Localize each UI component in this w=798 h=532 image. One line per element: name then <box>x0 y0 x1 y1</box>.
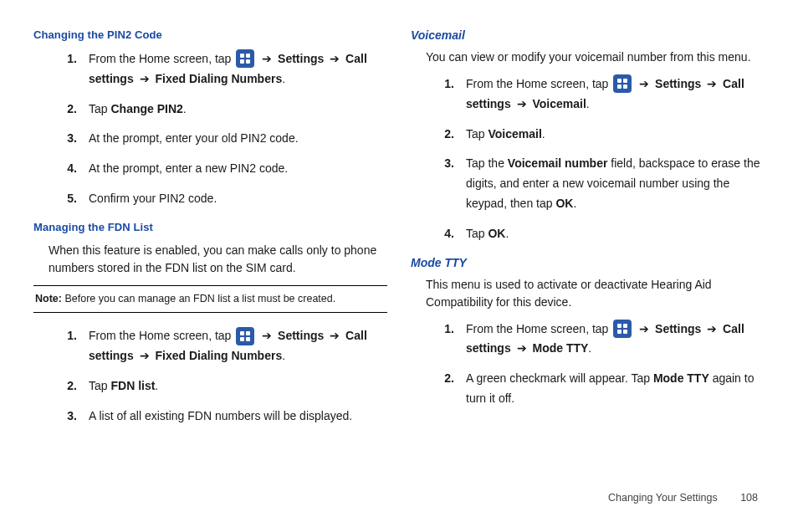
step-number: 1. <box>33 326 89 346</box>
svg-rect-7 <box>246 337 250 341</box>
svg-rect-5 <box>246 331 250 335</box>
step-number: 3. <box>33 129 89 149</box>
manual-page: Changing the PIN2 Code 1.From the Home s… <box>0 0 798 532</box>
steps-changing-pin2: 1.From the Home screen, tap ➔ Settings ➔… <box>33 49 387 209</box>
page-footer: Changing Your Settings 108 <box>608 492 758 504</box>
heading-mode-tty: Mode TTY <box>411 256 765 269</box>
svg-rect-8 <box>617 79 622 83</box>
note-label: Note: <box>35 293 62 304</box>
arrow-icon: ➔ <box>639 74 649 95</box>
arrow-icon: ➔ <box>517 339 527 359</box>
step-text: Tap OK. <box>466 224 765 244</box>
step-number: 2. <box>411 369 466 389</box>
apps-grid-icon <box>236 49 254 68</box>
arrow-icon: ➔ <box>707 320 717 340</box>
step-item: 1.From the Home screen, tap ➔ Settings ➔… <box>33 49 387 90</box>
step-number: 5. <box>33 189 89 209</box>
step-text: From the Home screen, tap ➔ Settings ➔ C… <box>466 320 765 360</box>
step-number: 2. <box>411 125 466 145</box>
steps-managing-fdn: 1.From the Home screen, tap ➔ Settings ➔… <box>33 326 387 426</box>
step-text: A list of all existing FDN numbers will … <box>89 407 387 427</box>
svg-rect-4 <box>240 331 244 335</box>
arrow-icon: ➔ <box>517 95 527 115</box>
step-item: 2.Tap FDN list. <box>33 376 387 396</box>
svg-rect-2 <box>240 59 244 64</box>
step-text: Tap the Voicemail number field, backspac… <box>466 154 765 213</box>
svg-rect-10 <box>617 84 622 89</box>
step-number: 2. <box>33 376 89 396</box>
step-text: Confirm your PIN2 code. <box>89 189 387 209</box>
svg-rect-3 <box>246 59 250 64</box>
step-number: 3. <box>411 154 466 174</box>
two-column-layout: Changing the PIN2 Code 1.From the Home s… <box>33 28 765 437</box>
step-item: 3.A list of all existing FDN numbers wil… <box>33 407 387 427</box>
step-number: 3. <box>33 407 89 427</box>
step-number: 1. <box>411 320 466 340</box>
arrow-icon: ➔ <box>330 326 340 346</box>
svg-rect-6 <box>240 337 244 341</box>
paragraph-fdn-description: When this feature is enabled, you can ma… <box>49 242 387 277</box>
svg-rect-14 <box>617 330 622 334</box>
footer-page-number: 108 <box>740 492 758 504</box>
svg-rect-1 <box>246 54 250 58</box>
heading-voicemail: Voicemail <box>411 28 765 42</box>
svg-rect-15 <box>623 330 627 334</box>
right-column: Voicemail You can view or modify your vo… <box>411 28 765 437</box>
step-text: From the Home screen, tap ➔ Settings ➔ C… <box>89 49 387 90</box>
left-column: Changing the PIN2 Code 1.From the Home s… <box>33 28 387 437</box>
step-number: 1. <box>33 49 89 69</box>
step-item: 4.Tap OK. <box>411 224 765 244</box>
arrow-icon: ➔ <box>639 320 649 340</box>
arrow-icon: ➔ <box>262 326 272 346</box>
note-box-fdn: Note: Before you can manage an FDN list … <box>33 285 387 314</box>
step-text: Tap Voicemail. <box>466 125 765 145</box>
heading-changing-pin2: Changing the PIN2 Code <box>33 28 387 41</box>
step-text: Tap FDN list. <box>89 376 387 396</box>
step-item: 2.Tap Voicemail. <box>411 125 765 145</box>
step-text: From the Home screen, tap ➔ Settings ➔ C… <box>89 326 387 366</box>
step-number: 1. <box>411 74 466 95</box>
step-text: At the prompt, enter your old PIN2 code. <box>89 129 387 149</box>
step-number: 4. <box>411 224 466 244</box>
step-item: 2.A green checkmark will appear. Tap Mod… <box>411 369 765 409</box>
arrow-icon: ➔ <box>330 49 340 69</box>
step-number: 4. <box>33 159 89 179</box>
svg-rect-11 <box>623 84 627 89</box>
step-text: Tap Change PIN2. <box>89 100 387 120</box>
paragraph-mode-tty: This menu is used to activate or deactiv… <box>426 276 765 311</box>
step-number: 2. <box>33 100 89 120</box>
svg-rect-13 <box>623 324 627 328</box>
steps-voicemail: 1.From the Home screen, tap ➔ Settings ➔… <box>411 74 765 244</box>
step-text: A green checkmark will appear. Tap Mode … <box>466 369 765 409</box>
step-item: 1.From the Home screen, tap ➔ Settings ➔… <box>33 326 387 366</box>
apps-grid-icon <box>613 74 632 93</box>
paragraph-voicemail: You can view or modify your voicemail nu… <box>426 49 765 66</box>
step-text: From the Home screen, tap ➔ Settings ➔ C… <box>466 74 765 115</box>
step-item: 4.At the prompt, enter a new PIN2 code. <box>33 159 387 179</box>
step-item: 1.From the Home screen, tap ➔ Settings ➔… <box>411 320 765 360</box>
step-item: 1.From the Home screen, tap ➔ Settings ➔… <box>411 74 765 115</box>
note-text: Before you can manage an FDN list a list… <box>62 293 335 304</box>
heading-managing-fdn: Managing the FDN List <box>33 221 387 233</box>
apps-grid-icon <box>236 327 254 345</box>
svg-rect-9 <box>623 79 627 83</box>
arrow-icon: ➔ <box>140 346 150 366</box>
step-item: 3.At the prompt, enter your old PIN2 cod… <box>33 129 387 149</box>
apps-grid-icon <box>613 320 632 338</box>
step-item: 5.Confirm your PIN2 code. <box>33 189 387 209</box>
step-item: 3.Tap the Voicemail number field, backsp… <box>411 154 765 213</box>
arrow-icon: ➔ <box>140 69 150 90</box>
footer-section-name: Changing Your Settings <box>608 492 718 504</box>
steps-mode-tty: 1.From the Home screen, tap ➔ Settings ➔… <box>411 320 765 409</box>
step-item: 2.Tap Change PIN2. <box>33 100 387 120</box>
arrow-icon: ➔ <box>262 49 272 69</box>
svg-rect-0 <box>240 54 244 58</box>
arrow-icon: ➔ <box>707 74 717 95</box>
svg-rect-12 <box>617 324 622 328</box>
step-text: At the prompt, enter a new PIN2 code. <box>89 159 387 179</box>
